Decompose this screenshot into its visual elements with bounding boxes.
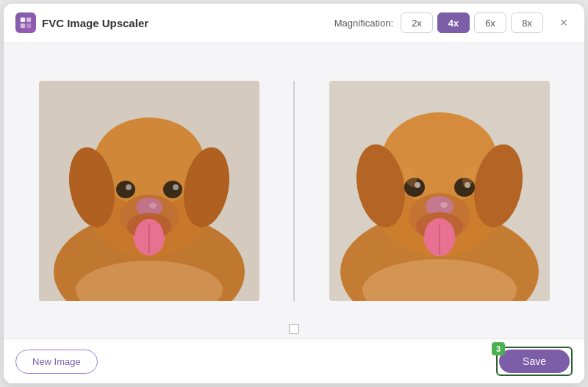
mag-6x-button[interactable]: 6x bbox=[474, 12, 506, 33]
scroll-handle[interactable] bbox=[289, 324, 299, 334]
original-image-box bbox=[39, 81, 259, 301]
mag-8x-button[interactable]: 8x bbox=[511, 12, 543, 33]
svg-point-14 bbox=[126, 184, 132, 190]
bottom-bar: New Image 3 Save bbox=[4, 339, 584, 383]
svg-point-16 bbox=[173, 184, 179, 190]
mag-2x-button[interactable]: 2x bbox=[401, 12, 433, 33]
upscaled-image-panel bbox=[309, 81, 570, 301]
save-button[interactable]: Save bbox=[499, 350, 570, 373]
svg-point-12 bbox=[149, 203, 157, 209]
divider-line bbox=[293, 81, 295, 301]
svg-rect-3 bbox=[26, 23, 31, 28]
image-divider bbox=[279, 81, 309, 301]
main-content bbox=[4, 43, 584, 339]
save-container: 3 Save bbox=[496, 347, 573, 376]
close-button[interactable]: × bbox=[555, 14, 573, 32]
svg-point-31 bbox=[440, 202, 448, 208]
svg-rect-1 bbox=[26, 18, 31, 22]
title-bar: FVC Image Upscaler Magnification: 2x 4x … bbox=[4, 4, 584, 43]
svg-rect-2 bbox=[21, 23, 25, 28]
svg-point-15 bbox=[163, 181, 182, 198]
right-actions: 3 Save bbox=[496, 347, 573, 376]
magnification-label: Magnification: bbox=[334, 18, 393, 29]
app-logo bbox=[15, 12, 36, 33]
magnification-buttons: 2x 4x 6x 8x bbox=[401, 12, 543, 33]
new-image-button[interactable]: New Image bbox=[15, 350, 98, 374]
save-badge: 3 bbox=[492, 342, 505, 355]
app-title: FVC Image Upscaler bbox=[42, 17, 334, 29]
main-window: FVC Image Upscaler Magnification: 2x 4x … bbox=[4, 4, 584, 383]
mag-4x-button[interactable]: 4x bbox=[437, 12, 470, 33]
svg-point-13 bbox=[116, 181, 135, 198]
upscaled-image-box bbox=[329, 81, 550, 301]
original-image-panel bbox=[18, 81, 279, 301]
svg-rect-0 bbox=[21, 18, 25, 22]
